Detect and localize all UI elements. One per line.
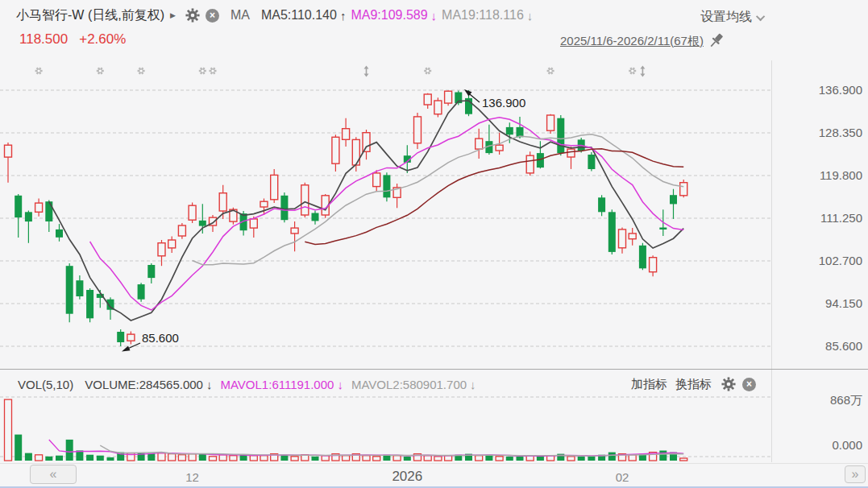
volume-value: VOLUME:284565.000 <box>85 378 203 391</box>
mavol1-trend-arrow-icon: ↓ <box>337 378 343 391</box>
ma19-value: MA19:118.116 <box>442 8 524 23</box>
ma-settings-button[interactable]: 设置均线 <box>700 9 765 26</box>
high-annotation: 136.900 <box>482 96 525 110</box>
price-axis-label: 119.800 <box>782 168 862 182</box>
scroll-left-button[interactable]: « <box>30 465 77 484</box>
expand-icon[interactable]: ▶ <box>170 11 176 19</box>
x-axis-tick: 2026 <box>383 469 431 485</box>
price-axis-label: 102.700 <box>782 254 862 267</box>
ma5-trend-arrow-icon: ↑ <box>340 9 347 23</box>
price-axis-label: 94.150 <box>782 296 862 310</box>
x-axis-tick: 02 <box>598 470 646 484</box>
ma-indicator-label: MA <box>230 8 250 23</box>
volume-close-icon[interactable]: × <box>742 378 756 391</box>
volume-header: VOL(5,10) VOLUME:284565.000 ↓ MAVOL1:611… <box>18 377 476 391</box>
volume-settings-gear-icon[interactable] <box>721 377 736 391</box>
axis-strip-divider <box>0 463 868 464</box>
mavol1-value: MAVOL1:611191.000 <box>220 378 334 391</box>
scroll-right-button[interactable]: » <box>845 465 866 483</box>
price-axis-label: 136.900 <box>782 83 862 97</box>
ma-close-icon[interactable]: × <box>206 9 219 23</box>
last-price: 118.500 <box>19 31 68 48</box>
mavol2-trend-arrow-icon: ↓ <box>470 378 476 391</box>
mavol2-value: MAVOL2:580901.700 <box>351 378 467 391</box>
visible-range-link[interactable]: 2025/11/6-2026/2/11(67根) <box>560 34 704 49</box>
change-percent: +2.60% <box>79 31 126 48</box>
ma5-value: MA5:110.140 <box>261 8 337 23</box>
pane-divider <box>0 369 868 370</box>
price-row: 118.500 +2.60% <box>19 31 126 48</box>
visible-range-row: 2025/11/6-2026/2/11(67根) <box>560 32 725 50</box>
volume-axis-zero: 0.000 <box>782 438 862 452</box>
ma-settings-label: 设置均线 <box>700 9 752 26</box>
kline-app: { "header": { "title": "小马智行-W (日线,前复权)"… <box>0 0 868 488</box>
vol-indicator-label: VOL(5,10) <box>18 378 73 391</box>
ma9-trend-arrow-icon: ↓ <box>431 9 438 23</box>
chart-canvas[interactable] <box>0 0 868 488</box>
volume-axis-max: 868万 <box>782 393 862 408</box>
ma9-value: MA9:109.589 <box>351 8 427 23</box>
pushpin-icon[interactable] <box>708 32 725 50</box>
ma19-trend-arrow-icon: ↓ <box>527 9 534 23</box>
ma-settings-gear-icon[interactable] <box>185 8 200 23</box>
switch-indicator-button[interactable]: 换指标 <box>675 377 712 392</box>
symbol-title: 小马智行-W (日线,前复权) <box>16 7 164 24</box>
price-axis-label: 111.250 <box>782 211 862 225</box>
price-axis-label: 128.350 <box>782 126 862 139</box>
add-indicator-button[interactable]: 加指标 <box>631 377 667 392</box>
chart-header: 小马智行-W (日线,前复权) ▶ × MA MA5:110.140 ↑ MA9… <box>16 7 533 23</box>
low-annotation: 85.600 <box>142 331 179 345</box>
indicator-actions: 加指标 换指标 × <box>631 377 756 391</box>
chevron-down-icon <box>756 11 765 20</box>
x-axis-tick: 12 <box>168 470 217 484</box>
price-axis-label: 85.600 <box>782 339 862 353</box>
volume-trend-arrow-icon: ↓ <box>206 378 213 391</box>
